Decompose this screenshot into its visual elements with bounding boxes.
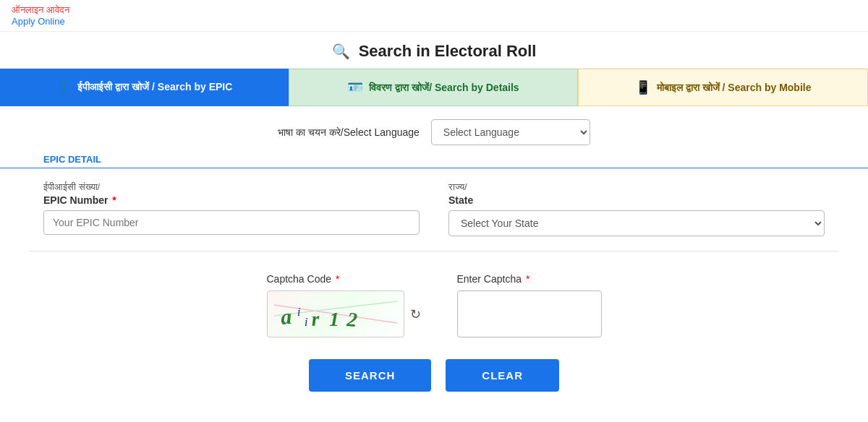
clear-button[interactable]: CLEAR: [446, 359, 559, 392]
epic-label-hindi: ईपीआईसी संख्या/: [43, 181, 420, 193]
apply-online-link[interactable]: Apply Online: [12, 16, 856, 27]
state-label-english: State: [448, 194, 825, 206]
apply-online-hindi-link[interactable]: ऑनलाइन आवेदन: [12, 4, 856, 16]
tab-mobile-icon: 📱: [635, 79, 651, 95]
tab-epic-icon: 👤: [56, 79, 72, 95]
captcha-code-group: Captcha Code * a i i r 1 2 ↻: [267, 273, 421, 337]
enter-captcha-required: *: [526, 273, 529, 285]
tab-mobile[interactable]: 📱 मोबाइल द्वारा खोजें / Search by Mobile: [578, 69, 868, 106]
top-nav: ऑनलाइन आवेदन Apply Online: [0, 0, 868, 32]
language-row: भाषा का चयन करे/Select Language Select L…: [0, 106, 868, 154]
enter-captcha-label: Enter Captcha *: [457, 273, 602, 285]
state-label-hindi: राज्य/: [448, 181, 825, 193]
captcha-refresh-button[interactable]: ↻: [410, 306, 421, 322]
search-button[interactable]: SEARCH: [309, 359, 431, 392]
svg-text:1: 1: [329, 308, 339, 330]
language-label: भाषा का चयन करे/Select Language: [278, 126, 420, 139]
tab-mobile-label: मोबाइल द्वारा खोजें / Search by Mobile: [657, 82, 812, 94]
epic-number-group: ईपीआईसी संख्या/ EPIC Number *: [43, 181, 420, 236]
page-title-container: 🔍 Search in Electoral Roll: [0, 32, 868, 69]
search-icon: 🔍: [332, 43, 350, 59]
tab-details[interactable]: 🪪 विवरण द्वारा खोजें/ Search by Details: [289, 69, 579, 106]
svg-text:i: i: [305, 316, 307, 328]
epic-number-input[interactable]: [43, 210, 420, 235]
epic-detail-section-title: EPIC DETAIL: [0, 154, 868, 168]
captcha-code-required: *: [336, 273, 339, 285]
captcha-code-label: Captcha Code *: [267, 273, 421, 285]
epic-required-star: *: [112, 194, 116, 206]
page-title: Search in Electoral Roll: [359, 42, 537, 60]
tab-epic-label: ईपीआईसी द्वारा खोजें / Search by EPIC: [77, 81, 232, 93]
captcha-image: a i i r 1 2: [267, 290, 404, 337]
captcha-input[interactable]: [457, 290, 602, 337]
tab-details-icon: 🪪: [347, 79, 363, 95]
epic-label-english: EPIC Number *: [43, 194, 420, 206]
state-select[interactable]: Select Your State Andhra Pradesh Arunach…: [448, 210, 825, 236]
captcha-row: Captcha Code * a i i r 1 2 ↻: [0, 266, 868, 352]
svg-text:2: 2: [345, 308, 358, 331]
form-row: ईपीआईसी संख्या/ EPIC Number * राज्य/ Sta…: [0, 181, 868, 236]
divider: [29, 251, 839, 251]
tabs-container: 👤 ईपीआईसी द्वारा खोजें / Search by EPIC …: [0, 69, 868, 106]
tab-details-label: विवरण द्वारा खोजें/ Search by Details: [369, 82, 519, 94]
language-select[interactable]: Select Language English Hindi Bengali Ta…: [431, 119, 590, 145]
captcha-img-wrapper: a i i r 1 2 ↻: [267, 290, 421, 337]
captcha-svg: a i i r 1 2: [274, 294, 397, 334]
tab-epic[interactable]: 👤 ईपीआईसी द्वारा खोजें / Search by EPIC: [0, 69, 289, 106]
enter-captcha-group: Enter Captcha *: [457, 273, 602, 337]
svg-text:a: a: [279, 304, 292, 329]
state-group: राज्य/ State Select Your State Andhra Pr…: [448, 181, 825, 236]
button-row: SEARCH CLEAR: [0, 352, 868, 413]
svg-text:i: i: [297, 306, 300, 318]
